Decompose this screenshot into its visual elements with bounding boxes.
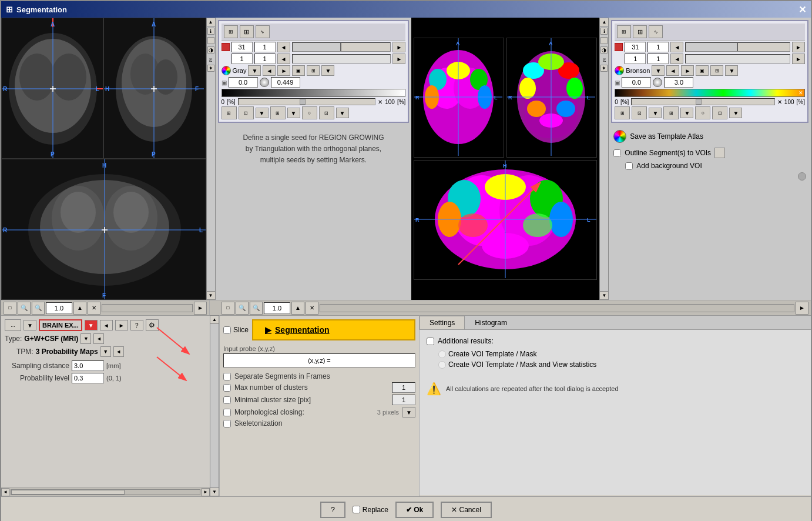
mri-coronal-image[interactable]: H F R L — [1, 159, 206, 300]
mri-axial-image[interactable]: A P R L — [1, 18, 103, 159]
cancel-button[interactable]: ✕ Cancel — [441, 502, 492, 518]
brain-ex-dropdown[interactable]: ▼ — [85, 320, 98, 330]
max-clusters-input[interactable]: 1 — [392, 382, 415, 393]
ok-button[interactable]: ✔ Ok — [395, 502, 434, 518]
replace-checkbox[interactable] — [353, 506, 360, 513]
voi-template-radio[interactable] — [438, 350, 446, 358]
tool-dropdown-2[interactable]: ▼ — [287, 108, 300, 118]
right-nav-right[interactable]: ► — [796, 302, 808, 315]
outline-box[interactable] — [714, 148, 725, 158]
tool-2[interactable]: ⊡ — [239, 106, 254, 119]
rnext-btn-2[interactable]: ► — [792, 54, 805, 64]
rscroll-up[interactable]: ▲ — [600, 18, 608, 26]
tpm-dropdown[interactable]: ▼ — [100, 346, 111, 357]
separate-segments-checkbox[interactable] — [223, 373, 231, 380]
rscroll-down[interactable]: ▼ — [600, 291, 608, 299]
rframe-input-2[interactable] — [625, 54, 646, 64]
min-cluster-checkbox[interactable] — [223, 396, 231, 404]
hscroll-track[interactable] — [11, 489, 200, 495]
percent-slider[interactable] — [238, 98, 376, 105]
rlut-btn-2[interactable]: ⊞ — [710, 65, 723, 76]
rbc-dial[interactable] — [653, 78, 662, 87]
rframe-input[interactable]: 31 — [625, 42, 646, 52]
replace-label[interactable]: Replace — [353, 506, 388, 514]
rcontrast-input[interactable]: 3.0 — [664, 77, 693, 88]
right-hscroll[interactable] — [320, 304, 794, 312]
colormap-prev[interactable]: ◄ — [263, 65, 276, 76]
outline-checkbox[interactable] — [613, 149, 621, 157]
left-nav-x[interactable]: ✕ — [88, 302, 100, 315]
add-bg-checkbox[interactable] — [625, 162, 633, 170]
rbrightness-input[interactable]: 0.0 — [622, 77, 651, 88]
slice-checkbox-label[interactable]: Slice — [223, 326, 249, 334]
brain-nav-next[interactable]: ► — [115, 320, 128, 330]
rprev-btn-2[interactable]: ◄ — [670, 54, 683, 64]
percent-thumb[interactable] — [300, 99, 306, 105]
right-nav-zoom-out[interactable]: 🔍 — [236, 302, 249, 315]
prev-btn[interactable]: ◄ — [277, 42, 290, 52]
rcolormap-dropdown[interactable]: ▼ — [652, 65, 665, 76]
info-circle[interactable]: ℹ — [207, 28, 214, 35]
morpho-dropdown[interactable]: ▼ — [402, 407, 415, 418]
rtool-3[interactable]: ⊞ — [663, 106, 679, 119]
slice-input[interactable]: 1 — [254, 42, 276, 52]
rgradient-bar[interactable]: ✕ — [615, 89, 805, 97]
slice-checkbox[interactable] — [223, 326, 231, 334]
rtool-dropdown-3[interactable]: ▼ — [729, 108, 742, 118]
brain-settings[interactable]: ⚙ — [146, 319, 159, 331]
mri-sagittal-image[interactable]: A P H F — [103, 18, 206, 159]
rtool-circle[interactable]: ○ — [695, 106, 710, 119]
next-btn-2[interactable]: ► — [392, 54, 405, 64]
tool-1[interactable]: ⊞ — [222, 106, 237, 119]
rcolormap-next[interactable]: ► — [681, 65, 694, 76]
rlut-btn-1[interactable]: ▣ — [696, 65, 709, 76]
right-nav-check[interactable]: □ — [222, 302, 234, 315]
probability-input[interactable]: 0.3 — [72, 373, 104, 383]
lut-dropdown[interactable]: ▼ — [321, 65, 334, 76]
next-btn[interactable]: ► — [392, 42, 405, 52]
hscroll-left[interactable]: ◄ — [1, 488, 9, 496]
lvscroll-up[interactable]: ▲ — [210, 316, 219, 324]
bc-dial[interactable] — [260, 78, 269, 87]
tab-settings[interactable]: Settings — [420, 316, 465, 329]
left-hscroll[interactable] — [102, 304, 193, 312]
rslice-input[interactable]: 1 — [647, 42, 669, 52]
rwindow-icon[interactable]: ⊞ — [617, 25, 631, 38]
question-button[interactable]: ? — [320, 502, 345, 518]
rgrid-icon[interactable]: ⊞ — [633, 25, 647, 38]
tool-dropdown-1[interactable]: ▼ — [256, 108, 269, 118]
rtool-dropdown-1[interactable]: ▼ — [649, 108, 662, 118]
rnext-btn[interactable]: ► — [792, 42, 805, 52]
rframe-slider[interactable] — [685, 42, 790, 52]
left-nav-zoom-in[interactable]: 🔍 — [32, 302, 45, 315]
left-nav-check[interactable]: □ — [4, 302, 16, 315]
rtool-2[interactable]: ⊡ — [632, 106, 647, 119]
rslice-input-2[interactable] — [647, 54, 669, 64]
rscroll-tool-1[interactable] — [600, 37, 608, 44]
rtool-dropdown-2[interactable]: ▼ — [680, 108, 693, 118]
close-button[interactable]: ✕ — [798, 4, 806, 15]
rprev-btn[interactable]: ◄ — [670, 42, 683, 52]
right-nav-x[interactable]: ✕ — [306, 302, 318, 315]
tpm-nav[interactable]: ◄ — [113, 346, 124, 357]
left-scrollbar[interactable]: ▲ ℹ ◑ M ✦ ▼ — [206, 18, 216, 300]
hscroll-right[interactable]: ► — [202, 488, 210, 496]
left-zoom-input[interactable]: 1.0 — [46, 302, 72, 314]
morpho-checkbox[interactable] — [223, 409, 231, 416]
left-nav-right[interactable]: ► — [194, 302, 207, 315]
contrast-icon[interactable]: ◑ — [207, 46, 214, 54]
rtool-1[interactable]: ⊞ — [615, 106, 630, 119]
rinfo-circle[interactable]: ℹ — [600, 28, 608, 35]
prev-btn-2[interactable]: ◄ — [277, 54, 290, 64]
rpercent-thumb[interactable] — [696, 99, 702, 105]
frame-slider[interactable] — [292, 42, 391, 52]
type-nav[interactable]: ◄ — [93, 333, 104, 344]
percent-x[interactable]: ✕ — [378, 99, 382, 105]
lbc-btn1[interactable]: ... — [5, 319, 21, 331]
rpercent-slider[interactable] — [631, 98, 774, 105]
additional-results-checkbox[interactable] — [427, 338, 434, 345]
left-nav-zoom-out[interactable]: 🔍 — [18, 302, 31, 315]
right-nav-zoom-in[interactable]: 🔍 — [250, 302, 263, 315]
lvscroll-down[interactable]: ▼ — [210, 487, 219, 496]
wave-icon[interactable]: ∿ — [256, 25, 270, 38]
